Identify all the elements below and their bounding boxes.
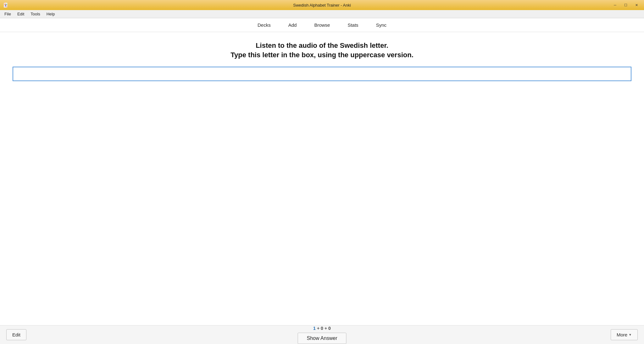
close-button[interactable]: ✕ (631, 2, 641, 8)
footer-center: 1 + 0 + 0 Show Answer (298, 326, 347, 344)
show-answer-button[interactable]: Show Answer (298, 333, 347, 344)
menu-edit[interactable]: Edit (14, 11, 27, 17)
count-sep1: + (317, 326, 319, 331)
instruction-line1: Listen to the audio of the Swedish lette… (230, 42, 414, 50)
instruction-line2: Type this letter in the box, using the u… (230, 51, 414, 59)
menu-tools[interactable]: Tools (27, 11, 43, 17)
restore-button[interactable]: ☐ (621, 2, 631, 8)
more-button[interactable]: More ▼ (611, 329, 638, 340)
card-instruction: Listen to the audio of the Swedish lette… (230, 42, 414, 59)
nav-add[interactable]: Add (286, 21, 299, 29)
menu-help[interactable]: Help (43, 11, 58, 17)
dropdown-arrow-icon: ▼ (629, 333, 632, 336)
count-sep2: + (325, 326, 327, 331)
count-new: 1 (313, 326, 316, 331)
edit-button[interactable]: Edit (6, 329, 26, 340)
minimize-button[interactable]: ─ (610, 2, 620, 8)
answer-input[interactable] (13, 67, 631, 81)
main-content: Listen to the audio of the Swedish lette… (0, 32, 644, 183)
title-bar-left: 🃏 (3, 2, 8, 8)
count-learn: 0 (321, 326, 323, 331)
footer: Edit 1 + 0 + 0 Show Answer More ▼ (0, 325, 644, 344)
nav-stats[interactable]: Stats (345, 21, 361, 29)
menu-bar: File Edit Tools Help (0, 10, 644, 18)
menu-file[interactable]: File (1, 11, 14, 17)
title-bar: 🃏 Swedish Alphabet Trainer - Anki ─ ☐ ✕ (0, 0, 644, 10)
nav-bar: Decks Add Browse Stats Sync (0, 18, 644, 32)
count-due: 0 (328, 326, 331, 331)
app-icon: 🃏 (3, 2, 8, 8)
nav-browse[interactable]: Browse (312, 21, 332, 29)
card-counts: 1 + 0 + 0 (313, 326, 331, 331)
spacer-area (0, 183, 644, 325)
title-bar-title: Swedish Alphabet Trainer - Anki (293, 3, 351, 8)
window-controls: ─ ☐ ✕ (610, 2, 641, 8)
nav-sync[interactable]: Sync (374, 21, 389, 29)
more-label: More (617, 332, 627, 337)
nav-decks[interactable]: Decks (255, 21, 273, 29)
